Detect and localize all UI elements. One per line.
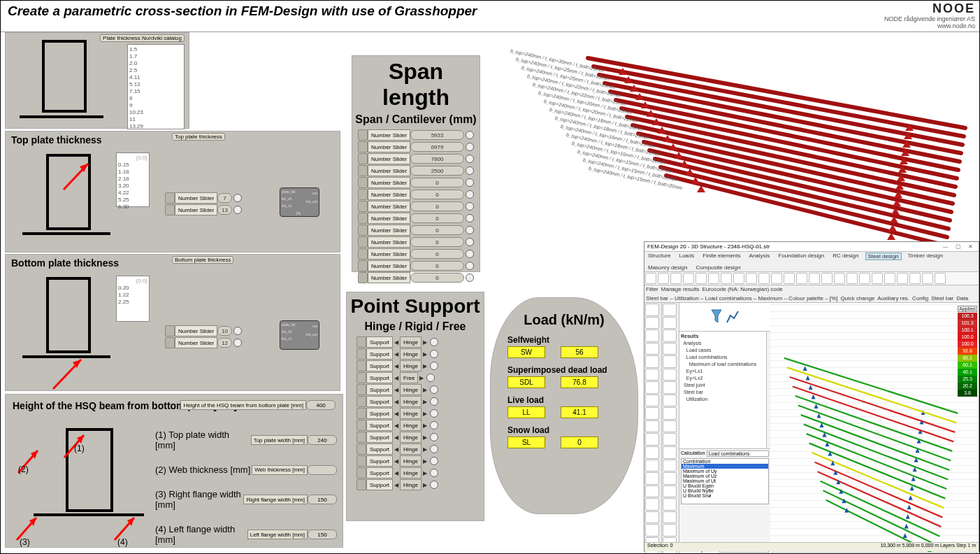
fem-toolbar-button[interactable] xyxy=(708,273,719,284)
param-1-slider[interactable]: Top plate width [mm]240 xyxy=(251,435,337,445)
support-row[interactable]: Support ◀ Hinge ▶ xyxy=(356,432,474,443)
fem-menu-item[interactable]: Analysis xyxy=(747,253,772,260)
number-slider[interactable]: Number Slider 0 xyxy=(358,225,474,236)
fem-toolbar[interactable] xyxy=(644,272,979,285)
filter-icon[interactable] xyxy=(710,308,723,325)
number-slider[interactable]: Number Slider 0 xyxy=(358,177,474,188)
list-item[interactable]: 6.30 xyxy=(118,204,147,211)
chevron-left-icon[interactable]: ◀ xyxy=(393,339,400,346)
fem-side-button[interactable] xyxy=(645,524,659,537)
list-item[interactable]: 7.15 xyxy=(129,88,182,95)
chevron-left-icon[interactable]: ◀ xyxy=(393,446,400,453)
fem-side-button[interactable] xyxy=(663,420,677,433)
chevron-left-icon[interactable]: ◀ xyxy=(393,387,400,393)
fem-toolbar-button[interactable] xyxy=(721,273,732,284)
chevron-left-icon[interactable]: ◀ xyxy=(393,399,400,405)
chevron-left-icon[interactable]: ◀ xyxy=(393,351,400,357)
support-row[interactable]: Support ◀ Hinge ▶ xyxy=(356,360,474,371)
fem-side-button[interactable] xyxy=(663,511,677,524)
chevron-right-icon[interactable]: ▶ xyxy=(421,351,428,357)
number-slider[interactable]: Number Slider 0 xyxy=(358,260,474,271)
chevron-right-icon[interactable]: ▶ xyxy=(421,363,428,369)
ghpython-component[interactable]: plate_list list_x0 list_x1 out list_out … xyxy=(280,187,319,217)
grip[interactable] xyxy=(356,443,366,455)
support-row[interactable]: Support ◀ Hinge ▶ xyxy=(356,443,474,455)
list-item[interactable]: 4.11 xyxy=(129,74,182,81)
fem-combination-list[interactable]: CombinationMaximumMaximum of UyMaximum o… xyxy=(681,458,769,504)
chevron-left-icon[interactable]: ◀ xyxy=(393,434,400,441)
support-row[interactable]: Support ◀ Hinge ▶ xyxy=(356,336,474,348)
fem-design-window[interactable]: FEM-Design 20 - 3D Structure - 2348-HSQ-… xyxy=(644,241,979,552)
fem-calc-select[interactable]: Load combinations xyxy=(707,450,769,457)
fem-toolbar-button[interactable] xyxy=(696,273,707,284)
support-value[interactable]: Hinge xyxy=(400,336,421,348)
list-item[interactable]: 10.23 xyxy=(129,109,182,116)
fem-menu-item[interactable]: Composite design xyxy=(693,264,742,271)
slider-track[interactable]: 0 xyxy=(410,225,464,235)
fem-side-button[interactable] xyxy=(663,460,677,472)
fem-side-button[interactable] xyxy=(663,304,677,316)
fem-side-button[interactable] xyxy=(645,329,659,342)
support-value[interactable]: Hinge xyxy=(400,443,421,455)
list-item[interactable]: 11 xyxy=(129,116,182,123)
fem-toolbar-button[interactable] xyxy=(733,273,744,284)
chevron-right-icon[interactable]: ▶ xyxy=(421,399,428,405)
support-row[interactable]: Support ◀ Hinge ▶ xyxy=(356,479,474,490)
fem-side-button[interactable] xyxy=(645,433,659,446)
slider-track[interactable]: 0 xyxy=(410,237,464,247)
slider-track[interactable]: 0 xyxy=(410,213,464,223)
chevron-right-icon[interactable]: ▶ xyxy=(421,422,428,429)
support-row[interactable]: Support ◀ Hinge ▶ xyxy=(356,467,474,478)
number-slider[interactable]: Number Slider 10 xyxy=(165,325,242,336)
fem-toolbar-button[interactable] xyxy=(746,273,757,284)
combo-item[interactable]: Maximum of Uz xyxy=(682,474,768,478)
slider-grip[interactable] xyxy=(358,201,368,212)
slider-grip[interactable] xyxy=(165,192,175,204)
slider-grip[interactable] xyxy=(358,272,368,283)
fem-side-button[interactable] xyxy=(663,485,677,498)
combo-item[interactable]: U Brudd Egen xyxy=(682,483,768,488)
list-item[interactable]: 0.20 xyxy=(118,285,147,292)
fem-toolbar-button[interactable] xyxy=(784,273,795,284)
combo-item[interactable]: U Brudd Snø xyxy=(682,493,768,498)
fem-toolbar-button[interactable] xyxy=(809,273,820,284)
slider-grip[interactable] xyxy=(165,325,175,336)
support-row[interactable]: Support ◀ Hinge ▶ xyxy=(356,384,474,395)
chevron-right-icon[interactable]: ▶ xyxy=(421,482,428,488)
fem-menu-item[interactable]: Loads xyxy=(677,253,696,260)
fem-side-button[interactable] xyxy=(645,355,659,368)
fem-side-button[interactable] xyxy=(663,446,677,459)
chevron-right-icon[interactable]: ▶ xyxy=(421,339,428,346)
fem-side-button[interactable] xyxy=(663,369,677,381)
fem-toolbar-button[interactable] xyxy=(758,273,770,284)
number-slider[interactable]: Number Slider 0 xyxy=(358,236,474,248)
support-value[interactable]: Hinge xyxy=(400,467,421,478)
combo-item[interactable]: Maximum xyxy=(682,464,768,469)
bottom-thickness-list[interactable]: {0;0}0.201.222.25 xyxy=(116,276,150,322)
fem-side-button[interactable] xyxy=(663,395,677,407)
slider-track[interactable]: 6979 xyxy=(410,142,464,152)
grip[interactable] xyxy=(356,348,366,360)
tree-item[interactable]: Load combinations xyxy=(681,354,765,361)
number-slider[interactable]: Number Slider 0 xyxy=(358,189,474,200)
load-value-box[interactable]: 0 xyxy=(561,436,598,448)
support-value[interactable]: Hinge xyxy=(400,432,421,443)
list-item[interactable]: 1.18 xyxy=(118,169,147,176)
slider-track[interactable]: 13 xyxy=(217,205,232,215)
fem-results-tree[interactable]: Results Analysis Load cases Load combina… xyxy=(679,332,767,448)
support-value[interactable]: Hinge xyxy=(400,360,421,371)
fem-side-button[interactable] xyxy=(645,460,659,472)
fem-menu-item[interactable]: Foundation design xyxy=(776,253,826,260)
slider-track[interactable]: 7800 xyxy=(410,154,464,164)
fem-toolbar-button[interactable] xyxy=(771,273,782,284)
fem-toolbar-button[interactable] xyxy=(670,273,682,284)
support-value[interactable]: Hinge xyxy=(400,348,421,360)
list-item[interactable]: 9 xyxy=(129,102,182,109)
list-item[interactable]: 3.20 xyxy=(118,183,147,190)
list-item[interactable]: 2.5 xyxy=(129,67,182,74)
chevron-left-icon[interactable]: ◀ xyxy=(393,482,400,488)
fem-side-button[interactable] xyxy=(645,381,659,394)
tree-item[interactable]: Load cases xyxy=(681,347,765,354)
slider-track[interactable]: 0 xyxy=(410,273,464,283)
list-item[interactable]: 13.29 xyxy=(129,123,182,130)
